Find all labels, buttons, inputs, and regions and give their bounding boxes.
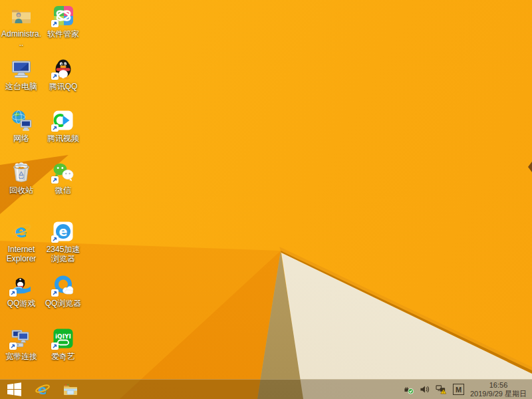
user-folder-icon — [9, 4, 33, 28]
shortcut-arrow-badge — [51, 20, 59, 27]
taskbar-file-explorer[interactable] — [57, 380, 84, 399]
shortcut-arrow-badge — [51, 289, 59, 297]
desktop-icon-software-manager[interactable]: 软件管家 — [43, 4, 84, 39]
shortcut-arrow-badge — [51, 124, 59, 132]
desktop-icon-recycle-bin[interactable]: 回收站 — [1, 160, 42, 195]
icon-label: 网络 — [13, 134, 29, 143]
icon-label: 腾讯QQ — [49, 82, 78, 91]
taskbar: e — [0, 379, 532, 399]
taskbar-left: e — [0, 380, 84, 399]
system-tray: M 16:56 2019/9/29 星期日 — [404, 380, 532, 399]
icon-label: QQ浏览器 — [45, 299, 82, 308]
shortcut-arrow-badge — [9, 342, 17, 350]
desktop-icon-network[interactable]: 网络 — [1, 108, 42, 143]
desktop-icon-browser-2345[interactable]: e 2345加速浏览器 — [43, 219, 84, 263]
usb-safely-remove-icon[interactable] — [404, 384, 414, 394]
icon-label: 这台电脑 — [5, 82, 37, 91]
icon-label: 软件管家 — [47, 29, 79, 39]
icon-label: 宽带连接 — [5, 352, 37, 361]
icon-label: 腾讯视频 — [47, 134, 79, 143]
this-pc-icon — [9, 57, 33, 80]
desktop-icon-wechat[interactable]: 微信 — [43, 160, 84, 195]
desktop-icon-qq-games[interactable]: QQ游戏 — [1, 273, 42, 308]
taskbar-internet-explorer[interactable]: e — [29, 380, 57, 399]
start-button[interactable] — [0, 380, 29, 399]
desktop-icon-this-pc[interactable]: 这台电脑 — [1, 57, 42, 91]
icon-label: 爱奇艺 — [51, 352, 75, 361]
file-explorer-icon — [63, 382, 78, 398]
shortcut-arrow-badge — [51, 235, 59, 243]
icon-label: 回收站 — [9, 186, 33, 195]
clock-date: 2019/9/29 星期日 — [470, 390, 527, 398]
shortcut-arrow-badge — [9, 289, 17, 297]
shortcut-arrow-badge — [51, 342, 59, 350]
taskbar-clock[interactable]: 16:56 2019/9/29 星期日 — [470, 381, 527, 398]
windows-logo-icon — [7, 382, 21, 396]
desktop-screen: Administra... 软件管家 这台电脑 — [0, 0, 532, 399]
icon-label: Administra... — [1, 29, 42, 48]
shortcut-arrow-badge — [51, 72, 59, 80]
desktop-icon-broadband[interactable]: 宽带连接 — [1, 327, 42, 361]
icon-label: 2345加速浏览器 — [43, 245, 84, 263]
internet-explorer-icon: e — [35, 382, 51, 398]
network-warning-icon[interactable] — [436, 384, 447, 394]
shortcut-arrow-badge — [51, 176, 59, 184]
icon-label: QQ游戏 — [7, 299, 36, 308]
clock-time: 16:56 — [489, 381, 508, 390]
network-icon — [9, 108, 33, 132]
ime-indicator[interactable]: M — [453, 384, 464, 395]
internet-explorer-icon: e — [9, 219, 33, 243]
desktop-icon-iqiyi[interactable]: iQIYI 爱奇艺 — [43, 327, 84, 361]
desktop-icon-qq-browser[interactable]: QQ浏览器 — [43, 273, 84, 308]
desktop-icon-tencent-video[interactable]: 腾讯视频 — [43, 108, 84, 143]
svg-text:iQIYI: iQIYI — [55, 333, 71, 340]
svg-text:e: e — [59, 224, 68, 239]
recycle-bin-icon — [9, 160, 33, 184]
desktop-icon-user-folder[interactable]: Administra... — [1, 4, 42, 48]
icon-label: 微信 — [55, 186, 71, 195]
icon-label: Internet Explorer — [1, 245, 42, 263]
volume-icon[interactable] — [420, 384, 430, 394]
desktop-icon-internet-explorer[interactable]: e Internet Explorer — [1, 219, 42, 263]
desktop-icon-tencent-qq[interactable]: 腾讯QQ — [43, 57, 84, 91]
